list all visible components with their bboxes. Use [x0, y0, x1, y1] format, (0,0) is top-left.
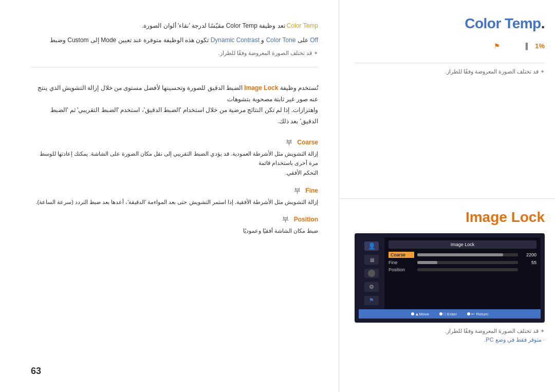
coarse-fill: [417, 253, 503, 256]
left-panel: Color Temp تعد وظيفة Color Temp مقيّسًا …: [0, 0, 339, 392]
color-temp-note: قد تختلف الصورة المعروضة وفقًا للطراز.: [31, 50, 318, 57]
coarse-desc: إزالة التشويش مثل الأشرطة العمودية. قد ي…: [31, 149, 318, 178]
position-title: 부 Position: [31, 215, 318, 224]
fine-title: 부 Fine: [31, 186, 318, 195]
fine-fill: [417, 261, 437, 264]
arabic-intro-3: واهتزازات. إذا لم تكن النتائج مرضية من خ…: [50, 106, 318, 125]
position-progress: [417, 268, 518, 271]
fine-row-label: Fine: [388, 260, 414, 265]
color-temp-title: Color Temp.: [355, 15, 545, 32]
flag-icon: ⚑: [494, 42, 500, 50]
controls-area: ⚑ ▌ 1%: [355, 42, 545, 50]
coarse-icon: 부: [286, 138, 292, 146]
fine-progress: [417, 261, 518, 264]
arabic-desc-1: تعد وظيفة Color Temp مقيّسًا لدرجة 'نقاء…: [142, 22, 285, 29]
position-label: Position: [294, 216, 318, 223]
monitor-row-position: Position: [388, 267, 536, 272]
feature-coarse: 부 Coarse إزالة التشويش مثل الأشرطة العمو…: [31, 138, 318, 178]
image-lock-section: تُستخدم وظيفة Image Lock الضبط الدقيق لل…: [31, 78, 318, 371]
circle-icon: [368, 270, 375, 277]
monitor-mockup: 👤 🖥 ⚙ ⚑: [355, 233, 545, 323]
bottom-notes: قد تختلف الصورة المعروضة وفقًا للطراز. م…: [355, 328, 545, 345]
position-row-label: Position: [388, 267, 414, 272]
monitor-sidebar: 👤 🖥 ⚙ ⚑: [359, 237, 384, 309]
color-temp-visual-section: Color Temp. ⚑ ▌ 1% قد تختلف الصورة المعر…: [339, 0, 555, 199]
monitor-row-fine: Fine 55: [388, 260, 536, 265]
fine-icon: 부: [294, 186, 301, 194]
feature-fine: 부 Fine إزالة التشويش مثل الأشرطة الأفقية…: [31, 186, 318, 207]
monitor-icon-circle: [364, 269, 379, 278]
note-display: قد تختلف الصورة المعروضة وفقًا للطراز.: [355, 328, 545, 334]
number-badge: 1%: [535, 42, 545, 50]
color-temp-label: Color Temp: [287, 22, 318, 29]
position-icon: 부: [282, 215, 289, 223]
dynamic-contrast-label: Dynamic Contrast: [211, 36, 260, 44]
note-pc: متوفر فقط في وضع PC.: [355, 337, 545, 343]
arabic-desc-2b: و: [260, 36, 264, 44]
coarse-progress: [417, 253, 518, 256]
fine-label: Fine: [305, 187, 318, 194]
display-icon: 🖥: [369, 257, 375, 263]
color-tone-label: Color Tone: [266, 36, 296, 44]
monitor-header-label: Image Lock: [388, 240, 536, 249]
image-lock-title: Image Lock: [355, 209, 545, 226]
return-dot: [467, 312, 470, 315]
position-desc: ضبط مكان الشاشة أفقيًا وعموديًا: [31, 226, 318, 236]
bar-indicator: ▌: [526, 43, 530, 50]
right-panel: Color Temp. ⚑ ▌ 1% قد تختلف الصورة المعر…: [339, 0, 555, 392]
monitor-content: Image Lock Coarse 2200 Fine: [384, 237, 541, 309]
coarse-label: Coarse: [297, 139, 318, 146]
bottom-enter: □ Enter: [439, 312, 457, 316]
monitor-screen: 👤 🖥 ⚙ ⚑: [359, 237, 541, 309]
color-temp-title-text: Color Temp: [465, 15, 541, 31]
color-temp-desc-line1: Color Temp تعد وظيفة Color Temp مقيّسًا …: [31, 21, 318, 32]
monitor-row-coarse: Coarse 2200: [388, 252, 536, 258]
coarse-value: 2200: [521, 252, 536, 257]
feature-position: 부 Position ضبط مكان الشاشة أفقيًا وعمودي…: [31, 215, 318, 236]
person-icon: 👤: [368, 242, 376, 250]
color-temp-desc-line2: Off على Color Tone و Dynamic Contrast تك…: [31, 35, 318, 46]
fine-value: 55: [521, 260, 536, 265]
image-lock-intro: تُستخدم وظيفة Image Lock الضبط الدقيق لل…: [31, 83, 318, 127]
color-temp-section: Color Temp تعد وظيفة Color Temp مقيّسًا …: [31, 21, 318, 67]
divider-top: [355, 63, 545, 63]
flag-bottom-icon: ⚑: [369, 297, 374, 304]
coarse-row-label: Coarse: [388, 252, 414, 258]
gear-icon: ⚙: [369, 284, 374, 290]
color-temp-right-note: قد تختلف الصورة المعروضة وفقًا للطراز.: [355, 68, 545, 75]
arabic-intro-1: تُستخدم وظيفة: [278, 84, 318, 91]
bottom-move: ▲Move: [411, 312, 429, 316]
image-lock-visual-section: Image Lock 👤 🖥: [339, 199, 555, 392]
image-lock-label: Image Lock: [244, 84, 278, 91]
page-container: Color Temp تعد وظيفة Color Temp مقيّسًا …: [0, 0, 555, 392]
monitor-bottom-bar: ▲Move □ Enter ↩ Return: [359, 309, 541, 319]
monitor-icon-person: 👤: [364, 241, 379, 251]
monitor-icon-gear: ⚙: [364, 282, 379, 291]
arabic-desc-2c: تكون هذه الوظيفة متوفرة عند تعيين Mode إ…: [50, 36, 209, 44]
page-number: 63: [31, 366, 41, 377]
bottom-return: ↩ Return: [467, 312, 488, 316]
enter-dot: [439, 312, 442, 315]
move-dot: [411, 312, 414, 315]
monitor-icon-display: 🖥: [364, 255, 379, 264]
fine-desc: إزالة التشويش مثل الأشرطة الأفقية. إذا ا…: [31, 197, 318, 207]
arabic-desc-2a: على: [296, 36, 308, 44]
off-label: Off: [310, 36, 318, 44]
coarse-title: 부 Coarse: [31, 138, 318, 147]
monitor-icon-flag-bottom: ⚑: [364, 296, 379, 305]
